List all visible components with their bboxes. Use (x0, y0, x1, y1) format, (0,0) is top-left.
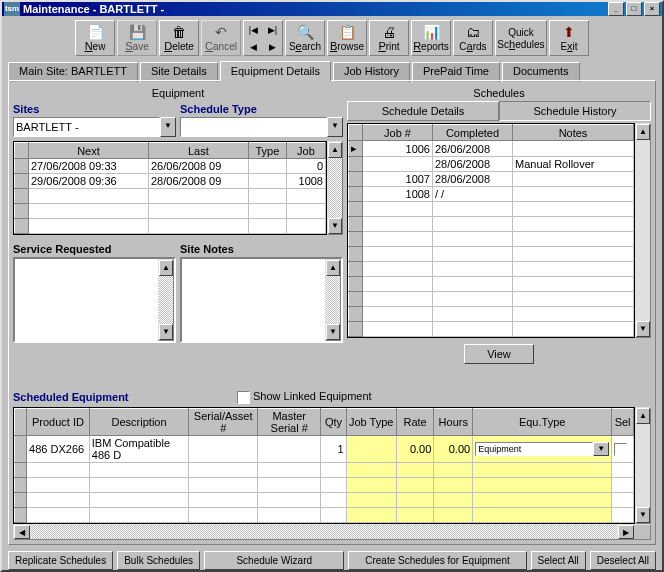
col-type[interactable]: Type (248, 143, 286, 159)
search-icon: 🔍 (297, 24, 314, 40)
scheduled-equipment-grid[interactable]: Product ID Description Serial/Asset # Ma… (13, 407, 635, 524)
deselect-all-button[interactable]: Deselect All (590, 551, 656, 570)
scroll-down-icon[interactable]: ▼ (328, 218, 342, 234)
sites-label: Sites (13, 101, 176, 117)
nav-first-button[interactable]: |◀ (244, 21, 263, 38)
close-button[interactable]: × (644, 2, 660, 16)
main-tabs: Main Site: BARTLETT Site Details Equipme… (2, 60, 662, 80)
reports-icon: 📊 (423, 24, 440, 40)
app-icon: tsm (4, 2, 20, 16)
col-product-id[interactable]: Product ID (27, 409, 90, 436)
select-all-button[interactable]: Select All (531, 551, 586, 570)
service-requested-label: Service Requested (13, 241, 176, 257)
equipment-header: Equipment (13, 85, 343, 101)
tab-main-site[interactable]: Main Site: BARTLETT (8, 62, 138, 82)
cards-button[interactable]: 🗂Cards (453, 20, 493, 56)
col-job[interactable]: Job (286, 143, 325, 159)
tab-equipment-details[interactable]: Equipment Details (220, 61, 331, 81)
tab-site-details[interactable]: Site Details (140, 62, 218, 82)
col-rate[interactable]: Rate (396, 409, 434, 436)
cards-icon: 🗂 (466, 24, 480, 40)
tab-job-history[interactable]: Job History (333, 62, 410, 82)
toolbar: 📄New 💾Save 🗑Delete ↶Cancel |◀ ▶| ◀ ▶ 🔍Se… (2, 16, 662, 58)
site-notes-label: Site Notes (180, 241, 343, 257)
schedule-type-combo[interactable]: ▼ (180, 117, 343, 137)
nav-buttons: |◀ ▶| ◀ ▶ (243, 20, 283, 56)
quick-schedules-button[interactable]: QuickSchedules (495, 20, 547, 56)
search-button[interactable]: 🔍Search (285, 20, 325, 56)
maximize-button[interactable]: □ (626, 2, 642, 16)
new-icon: 📄 (87, 24, 104, 40)
exit-icon: ⬆ (563, 24, 575, 40)
create-schedules-button[interactable]: Create Schedules for Equipment (348, 551, 526, 570)
minimize-button[interactable]: _ (608, 2, 624, 16)
schedule-grid-scrollbar[interactable]: ▲▼ (635, 123, 651, 338)
schedule-type-input[interactable] (180, 117, 327, 137)
app-window: tsm Maintenance - BARTLETT - _ □ × 📄New … (0, 0, 664, 572)
print-button[interactable]: 🖨Print (369, 20, 409, 56)
print-icon: 🖨 (382, 24, 396, 40)
checkbox-icon[interactable] (237, 391, 250, 404)
schedules-header: Schedules (347, 85, 651, 101)
schedule-history-grid[interactable]: Job #CompletedNotes ▸100626/06/2008 28/0… (347, 123, 635, 338)
col-hours[interactable]: Hours (434, 409, 473, 436)
exit-button[interactable]: ⬆Exit (549, 20, 589, 56)
col-qty[interactable]: Qty (321, 409, 346, 436)
tab-schedule-details[interactable]: Schedule Details (347, 101, 499, 121)
schedule-wizard-button[interactable]: Schedule Wizard (204, 551, 344, 570)
scroll-up-icon[interactable]: ▲ (328, 142, 342, 158)
tab-prepaid-time[interactable]: PrePaid Time (412, 62, 500, 82)
sites-input[interactable] (13, 117, 160, 137)
col-last[interactable]: Last (148, 143, 248, 159)
equip-grid2-scrollbar[interactable]: ▲▼ (635, 407, 651, 524)
nav-last-button[interactable]: ▶| (263, 21, 282, 38)
site-notes-memo[interactable]: ▲▼ (180, 257, 343, 343)
cancel-icon: ↶ (215, 24, 227, 40)
col-completed[interactable]: Completed (433, 125, 513, 141)
col-master-serial[interactable]: Master Serial # (258, 409, 321, 436)
schedule-type-label: Schedule Type (180, 101, 343, 117)
delete-button[interactable]: 🗑Delete (159, 20, 199, 56)
sel-checkbox[interactable] (614, 443, 627, 456)
bulk-schedules-button[interactable]: Bulk Schedules (117, 551, 200, 570)
reports-button[interactable]: 📊Reports (411, 20, 451, 56)
new-button[interactable]: 📄New (75, 20, 115, 56)
tab-schedule-history[interactable]: Schedule History (499, 101, 651, 121)
col-next[interactable]: Next (29, 143, 149, 159)
scheduled-equipment-label: Scheduled Equipment (13, 389, 233, 405)
dropdown-icon[interactable]: ▼ (327, 117, 343, 137)
save-icon: 💾 (129, 24, 146, 40)
equipment-grid[interactable]: NextLastTypeJob 27/06/2008 09:3326/06/20… (13, 141, 327, 235)
col-job-type[interactable]: Job Type (346, 409, 396, 436)
col-notes[interactable]: Notes (513, 125, 634, 141)
col-serial[interactable]: Serial/Asset # (189, 409, 258, 436)
cancel-button[interactable]: ↶Cancel (201, 20, 241, 56)
delete-icon: 🗑 (172, 24, 186, 40)
col-sel[interactable]: Sel (612, 409, 634, 436)
save-button[interactable]: 💾Save (117, 20, 157, 56)
equip-grid-scrollbar[interactable]: ▲▼ (327, 141, 343, 235)
col-jobnum[interactable]: Job # (363, 125, 433, 141)
view-button[interactable]: View (464, 344, 534, 364)
sites-combo[interactable]: ▼ (13, 117, 176, 137)
titlebar: tsm Maintenance - BARTLETT - _ □ × (2, 2, 662, 16)
tab-body: Equipment Sites ▼ Schedule Type ▼ NextLa… (8, 80, 656, 545)
browse-button[interactable]: 📋Browse (327, 20, 367, 56)
replicate-schedules-button[interactable]: Replicate Schedules (8, 551, 113, 570)
footer-buttons: Replicate Schedules Bulk Schedules Sched… (2, 549, 662, 572)
show-linked-checkbox[interactable]: Show Linked Equipment (237, 390, 372, 404)
tab-documents[interactable]: Documents (502, 62, 580, 82)
dropdown-icon[interactable]: ▼ (160, 117, 176, 137)
window-title: Maintenance - BARTLETT - (23, 3, 164, 15)
browse-icon: 📋 (339, 24, 356, 40)
nav-next-button[interactable]: ▶ (263, 38, 282, 55)
col-equ-type[interactable]: Equ.Type (473, 409, 612, 436)
schedule-subtabs: Schedule Details Schedule History (347, 101, 651, 121)
nav-prev-button[interactable]: ◀ (244, 38, 263, 55)
col-description[interactable]: Description (89, 409, 189, 436)
service-requested-memo[interactable]: ▲▼ (13, 257, 176, 343)
equip-grid2-hscrollbar[interactable]: ◀▶ (13, 524, 651, 540)
